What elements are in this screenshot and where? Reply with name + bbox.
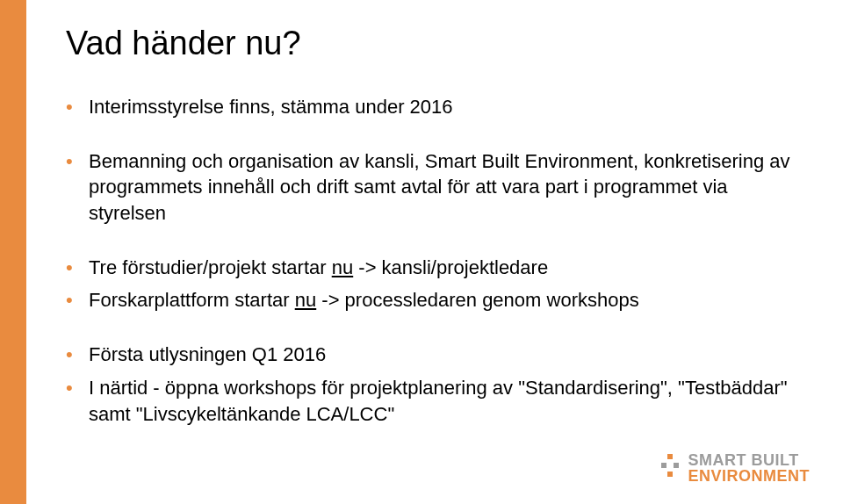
spacer — [66, 127, 790, 148]
bullet-text-post: -> processledaren genom workshops — [316, 289, 638, 311]
bullet-text-post: -> kansli/projektledare — [353, 256, 548, 278]
slide-title: Vad händer nu? — [66, 25, 790, 62]
svg-rect-0 — [667, 454, 673, 459]
slide: Vad händer nu? Interimsstyrelse finns, s… — [0, 0, 843, 504]
bullet-item: Första utlysningen Q1 2016 — [66, 342, 790, 368]
bullet-item: Tre förstudier/projekt startar nu -> kan… — [66, 255, 790, 281]
svg-rect-1 — [661, 463, 666, 468]
logo-text-line1: SMART BUILT — [688, 452, 810, 468]
bullet-text: I närtid - öppna workshops för projektpl… — [89, 377, 788, 425]
svg-rect-2 — [674, 463, 679, 468]
logo-icon — [659, 450, 681, 485]
bullet-text-underline: nu — [332, 256, 353, 278]
content-area: Vad händer nu? Interimsstyrelse finns, s… — [66, 25, 790, 434]
logo: SMART BUILT ENVIRONMENT — [659, 450, 810, 485]
spacer — [66, 320, 790, 342]
accent-bar — [0, 0, 26, 504]
bullet-text-underline: nu — [295, 289, 316, 311]
bullet-text: Bemanning och organisation av kansli, Sm… — [89, 150, 790, 224]
bullet-text-pre: Tre förstudier/projekt startar — [89, 256, 332, 278]
bullet-text: Första utlysningen Q1 2016 — [89, 343, 326, 365]
svg-rect-3 — [667, 472, 673, 477]
spacer — [66, 234, 790, 255]
bullet-item: Interimsstyrelse finns, stämma under 201… — [66, 94, 790, 120]
bullet-item: Bemanning och organisation av kansli, Sm… — [66, 148, 790, 227]
bullet-text: Interimsstyrelse finns, stämma under 201… — [89, 96, 453, 118]
logo-text-line2: ENVIRONMENT — [688, 468, 810, 484]
bullet-list: Interimsstyrelse finns, stämma under 201… — [66, 94, 790, 427]
bullet-text-pre: Forskarplattform startar — [89, 289, 295, 311]
bullet-item: Forskarplattform startar nu -> processle… — [66, 287, 790, 313]
bullet-item: I närtid - öppna workshops för projektpl… — [66, 375, 790, 427]
